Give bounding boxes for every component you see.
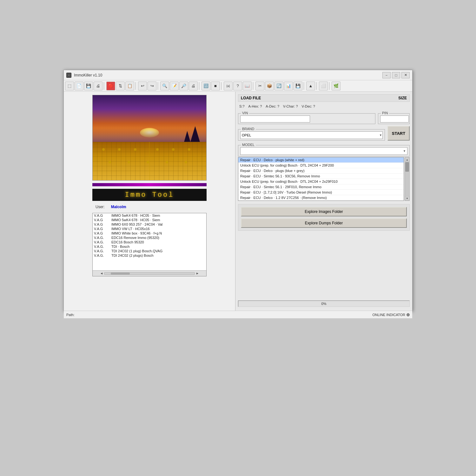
progress-section: 0% (238, 299, 410, 308)
model-option[interactable]: Repair · ECU · Simtec 56.1 · 29F010, Rem… (238, 184, 404, 190)
vin-label: VIN (241, 111, 249, 115)
sky-layer (93, 95, 206, 142)
list-item[interactable]: V.A.GIMMO 5wK4 678 · HC05 · Siem (93, 213, 206, 218)
toolbar-text[interactable]: {a} (224, 82, 233, 90)
led-text: Immo Tool (125, 191, 174, 199)
toolbar-fill[interactable]: ■ (211, 82, 220, 90)
toolbar-sort[interactable]: ⇅ (116, 82, 125, 90)
model-option[interactable]: Repair · ECU · [1.7;2.0] 16V · Turbo Die… (238, 190, 404, 195)
list-item[interactable]: V.A.G.TDI 24C02 (1 plug) Bosch.QVAG (93, 249, 206, 253)
explore-images-button[interactable]: Explore Images Folder (241, 207, 407, 216)
sep1 (104, 82, 105, 90)
sep4 (199, 82, 200, 90)
status-bar: Path: ONLINE INDICATOR (64, 311, 412, 318)
brand-box: BRAND OPEL ▼ (238, 129, 385, 141)
model-v-scrollbar: ▲ ▼ (405, 157, 410, 201)
horizontal-scrollbar: ◀ ▶ (93, 270, 206, 276)
model-option[interactable]: Repair · ECU · Delco · 1.2 8V 27C256 · (… (238, 195, 404, 201)
toolbar-find[interactable]: 🔎 (179, 82, 188, 90)
online-label: ONLINE INDICATOR (373, 313, 406, 317)
purple-bar (92, 183, 207, 186)
load-file-label: LOAD FILE (241, 96, 261, 100)
explore-dumps-button[interactable]: Explore Dumps Folder (241, 218, 407, 228)
pin-label: PIN (381, 111, 389, 115)
toolbar-new[interactable]: ⬚ (65, 82, 74, 90)
brand-select[interactable]: OPEL (240, 131, 383, 139)
toolbar-refresh[interactable]: 🔄 (274, 82, 283, 90)
pin-input[interactable] (380, 116, 409, 122)
list-item[interactable]: V.A.GIMMO VW LT · HC05x16 (93, 227, 206, 231)
vin-input[interactable] (240, 116, 310, 122)
toolbar-undo[interactable]: ↩ (138, 82, 147, 90)
toolbar-select[interactable]: ⬜ (319, 82, 328, 90)
maximize-button[interactable]: □ (392, 72, 400, 78)
toolbar-upload[interactable]: ▲ (306, 82, 315, 90)
model-dropdown-list[interactable]: Repair · ECU · Delco · plugs (white + re… (238, 157, 404, 201)
toolbar-help[interactable]: ? (233, 82, 242, 90)
list-item[interactable]: V.A.GIMMO 6X0 953 257 · 24C04 · Val (93, 222, 206, 227)
h-scroll-thumb[interactable] (111, 273, 130, 274)
sep2 (136, 82, 137, 90)
toolbar-save[interactable]: 💾 (84, 82, 93, 90)
sep3 (158, 82, 159, 90)
v-scroll-track[interactable] (405, 162, 409, 196)
v-scroll-thumb[interactable] (405, 162, 409, 172)
toolbar-chart[interactable]: 📊 (284, 82, 293, 90)
model-option[interactable]: Unlock ECU (prep. for coding) Bosch · DT… (238, 163, 404, 168)
list-item[interactable]: V.A.G.TDI 24C02 (2 plugs) Bosch (93, 253, 206, 258)
user-line: User: Malcolm (92, 205, 207, 209)
model-section: MODEL ▼ Repair · ECU · Delco · plugs (wh… (238, 142, 410, 201)
toolbar-green[interactable]: 🌿 (332, 82, 340, 90)
list-item[interactable]: V.A.G.TDI · Bosch (93, 244, 206, 249)
toolbar-cut[interactable]: ✂ (255, 82, 264, 90)
vdec-label: V-Dec: ? (302, 104, 315, 108)
toolbar-open[interactable]: 📄 (75, 82, 83, 90)
user-name-value: Malcolm (111, 205, 126, 209)
toolbar-calc[interactable]: 🔢 (202, 82, 210, 90)
close-button[interactable]: ✕ (401, 72, 410, 78)
app-icon (66, 73, 71, 78)
brand-label: BRAND (241, 127, 256, 131)
list-item[interactable]: V.A.GIMMO 5wK4 678 · HC05 · Siem (93, 218, 206, 222)
model-select-box[interactable]: ▼ (240, 147, 407, 155)
scroll-up-arrow[interactable]: ▲ (405, 157, 409, 162)
list-item[interactable]: V.A.G.EDC16 Bosch 95320 (93, 240, 206, 244)
list-item[interactable]: V.A.G.EDC16 Remove Immo (95320) (93, 235, 206, 240)
list-inner[interactable]: V.A.GIMMO 5wK4 678 · HC05 · SiemV.A.GIMM… (93, 213, 206, 270)
toolbar-zoom[interactable]: 🔍 (160, 82, 169, 90)
model-option[interactable]: Repair · ECU · Simtec 56.1 · 93C56, Remo… (238, 174, 404, 179)
led-display: Immo Tool (92, 189, 207, 201)
h-scroll-track[interactable] (104, 272, 195, 275)
brand-row: BRAND OPEL ▼ START (238, 126, 410, 141)
toolbar-package[interactable]: 📦 (265, 82, 274, 90)
svg-rect-1 (68, 74, 70, 76)
pin-box: PIN (378, 113, 410, 124)
toolbar-redo[interactable]: ↪ (148, 82, 156, 90)
start-button[interactable]: START (387, 126, 410, 141)
toolbar-print2[interactable]: 🖨 (189, 82, 198, 90)
toolbar-manual[interactable]: 📖 (243, 82, 252, 90)
scroll-down-arrow[interactable]: ▼ (405, 196, 409, 201)
vin-box: VIN (238, 113, 375, 124)
scroll-left-arrow[interactable]: ◀ (99, 271, 104, 276)
scroll-right-arrow[interactable]: ▶ (195, 271, 200, 276)
vchar-label: V-Char: ? (283, 104, 298, 108)
model-option[interactable]: Unlock ECU (prep. for coding) Bosch · DT… (238, 179, 404, 184)
user-label: User: (96, 205, 105, 209)
sep8 (316, 82, 318, 90)
vin-group: VIN (238, 111, 375, 124)
toolbar-print[interactable]: 🖨 (94, 82, 102, 90)
list-container: V.A.GIMMO 5wK4 678 · HC05 · SiemV.A.GIMM… (92, 213, 207, 276)
toolbar-save2[interactable]: 💾 (294, 82, 302, 90)
model-option[interactable]: Repair · ECU · Delco · plugs (white + re… (238, 157, 404, 163)
title-bar: ImmoKiller v1.10 − □ ✕ (64, 70, 412, 80)
model-option[interactable]: Repair · ECU · Delco · plugs (blue + gre… (238, 168, 404, 174)
list-item[interactable]: V.A.GIMMO White box · 93C46 · f+g N (93, 231, 206, 235)
toolbar-red[interactable]: 🔴 (106, 82, 115, 90)
minimize-button[interactable]: − (382, 72, 391, 78)
toolbar-copy[interactable]: 📋 (125, 82, 134, 90)
toolbar-edit[interactable]: 📝 (170, 82, 179, 90)
window-title: ImmoKiller v1.10 (74, 73, 102, 77)
progress-bar: 0% (238, 301, 410, 307)
sep9 (329, 82, 330, 90)
